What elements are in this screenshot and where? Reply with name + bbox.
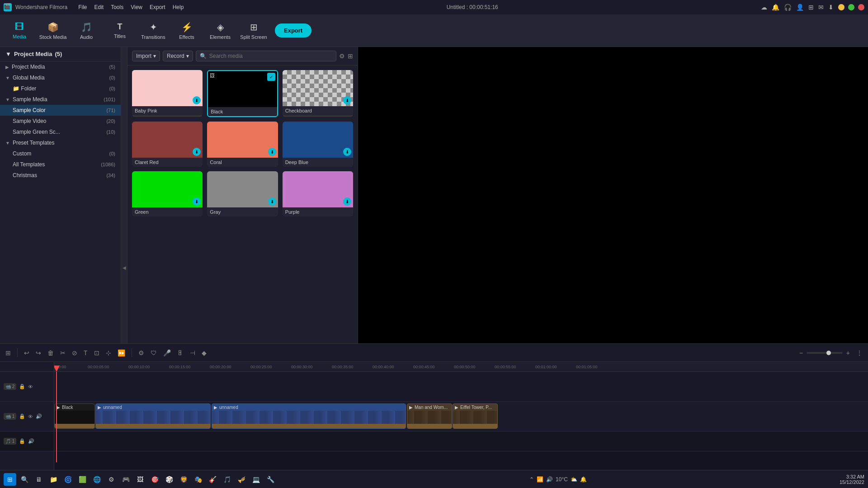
disable-icon[interactable]: ⊘ <box>70 348 79 357</box>
select-icon[interactable]: ⊹ <box>104 348 113 357</box>
minimize-button[interactable]: – <box>838 4 844 10</box>
filter-icon[interactable]: ⚙ <box>339 52 345 60</box>
grid-icon[interactable]: ⊞ <box>808 4 814 11</box>
download-gray-icon[interactable]: ⬇ <box>268 197 276 206</box>
delete-icon[interactable]: 🗑 <box>46 348 56 357</box>
redo-icon[interactable]: ↪ <box>34 348 43 357</box>
taskbar-app7[interactable]: 🦁 <box>177 473 190 486</box>
download-green-icon[interactable]: ⬇ <box>193 197 201 206</box>
download-checkboard-icon[interactable]: ⬇ <box>343 96 351 104</box>
more-icon[interactable]: ⋮ <box>854 348 864 357</box>
shield-icon[interactable]: 🛡 <box>149 348 159 357</box>
undo-icon[interactable]: ↩ <box>22 348 31 357</box>
user-avatar[interactable]: 👤 <box>796 4 804 11</box>
track-v2-row[interactable] <box>54 372 868 402</box>
start-button[interactable]: ⊞ <box>4 473 16 486</box>
taskbar-search[interactable]: 🔍 <box>18 473 31 486</box>
notification-icon[interactable]: 🔔 <box>580 476 587 483</box>
tree-item-christmas[interactable]: Christmas (34) <box>0 170 121 181</box>
add-track-icon[interactable]: ⊞ <box>4 348 13 357</box>
taskbar-nvidia[interactable]: 🟩 <box>76 473 89 486</box>
tool-transitions[interactable]: ✦ Transitions <box>137 16 169 45</box>
media-card-purple[interactable]: ⬇ Purple <box>283 171 353 216</box>
menu-file[interactable]: File <box>78 4 87 10</box>
split2-icon[interactable]: ⊣ <box>188 348 197 357</box>
text-icon[interactable]: T <box>82 348 90 357</box>
taskbar-taskview[interactable]: 🖥 <box>33 473 45 486</box>
taskbar-app2[interactable]: ⚙ <box>105 473 118 486</box>
tree-item-custom[interactable]: Custom (0) <box>0 148 121 159</box>
tray-expand-icon[interactable]: ⌃ <box>529 476 534 483</box>
clock-display[interactable]: 3:32 AM 15/12/2022 <box>840 474 864 485</box>
taskbar-app10[interactable]: 🎵 <box>221 473 233 486</box>
clip-eiffel-tower[interactable]: ▶ Eiffel Tower, P... <box>453 404 498 429</box>
tray-network-icon[interactable]: 📶 <box>537 476 543 483</box>
tool-elements[interactable]: ◈ Elements <box>204 16 236 45</box>
taskbar-app6[interactable]: 🎲 <box>163 473 175 486</box>
menu-help[interactable]: Help <box>173 4 184 10</box>
search-input[interactable] <box>209 53 332 59</box>
record-button[interactable]: Record ▾ <box>163 51 193 61</box>
cut-icon[interactable]: ✂ <box>58 348 67 357</box>
grid-view-icon[interactable]: ⊞ <box>348 52 353 60</box>
track-audio-row[interactable] <box>54 432 868 451</box>
speed-icon[interactable]: ⏩ <box>116 348 127 357</box>
menu-view[interactable]: View <box>131 4 142 10</box>
mail-icon[interactable]: ✉ <box>818 4 824 11</box>
media-card-green[interactable]: ⬇ Green <box>132 171 203 216</box>
tool-media[interactable]: 🎞 Media <box>4 16 35 45</box>
settings2-icon[interactable]: ⚙ <box>137 348 146 357</box>
taskbar-app3[interactable]: 🎮 <box>119 473 132 486</box>
menu-edit[interactable]: Edit <box>94 4 104 10</box>
clip-unnamed1[interactable]: ▶ unnamed <box>95 404 211 429</box>
tree-item-sample-video[interactable]: Sample Video (20) <box>0 116 121 127</box>
media-card-baby-pink[interactable]: ⬇ Baby Pink <box>132 70 203 117</box>
media-card-checkboard[interactable]: ⬇ Checkboard <box>283 70 353 117</box>
export-button[interactable]: Export <box>275 23 311 38</box>
tree-item-project-media[interactable]: ▶Project Media (5) <box>0 61 121 72</box>
download-baby-pink-icon[interactable]: ⬇ <box>193 96 201 104</box>
tree-item-folder[interactable]: 📁 Folder (0) <box>0 83 121 94</box>
tree-item-global-media[interactable]: ▼Global Media (0) <box>0 72 121 83</box>
tree-item-all-templates[interactable]: All Templates (1086) <box>0 159 121 170</box>
tree-item-sample-media[interactable]: ▼Sample Media (101) <box>0 94 121 105</box>
track-v1-audio[interactable]: 🔊 <box>36 413 42 419</box>
tool-split-screen[interactable]: ⊞ Split Screen <box>238 16 269 45</box>
maximize-button[interactable]: □ <box>848 4 854 10</box>
media-card-deep-blue[interactable]: ⬇ Deep Blue <box>283 122 353 167</box>
download-claret-icon[interactable]: ⬇ <box>193 148 201 156</box>
taskbar-chrome[interactable]: 🌐 <box>90 473 103 486</box>
taskbar-app8[interactable]: 🎭 <box>192 473 204 486</box>
media-card-black[interactable]: 🖼 ✓ Black <box>207 70 278 117</box>
taskbar-app11[interactable]: 🎺 <box>235 473 248 486</box>
tree-item-preset-templates[interactable]: ▼Preset Templates <box>0 137 121 148</box>
media-card-coral[interactable]: ⬇ Coral <box>207 122 278 167</box>
headset-icon[interactable]: 🎧 <box>784 4 792 11</box>
track-a1-lock[interactable]: 🔒 <box>19 438 25 444</box>
import-button[interactable]: Import ▾ <box>132 51 160 61</box>
bell-icon[interactable]: 🔔 <box>772 4 779 11</box>
tree-item-sample-color[interactable]: Sample Color (71) <box>0 105 121 116</box>
tool-stock-media[interactable]: 📦 Stock Media <box>37 16 69 45</box>
clip-unnamed2[interactable]: ▶ unnamed <box>212 404 406 429</box>
tree-item-sample-green[interactable]: Sample Green Sc... (10) <box>0 127 121 137</box>
tool-audio[interactable]: 🎵 Audio <box>71 16 102 45</box>
audio-mix-icon[interactable]: 🎚 <box>175 348 185 357</box>
taskbar-folder[interactable]: 📁 <box>47 473 60 486</box>
taskbar-app13[interactable]: 🔧 <box>264 473 277 486</box>
tool-effects[interactable]: ⚡ Effects <box>171 16 203 45</box>
track-v2-mute[interactable]: 👁 <box>28 384 33 389</box>
zoom-in-icon[interactable]: + <box>844 348 852 357</box>
clip-black[interactable]: ▶ Black <box>54 404 95 429</box>
download-coral-icon[interactable]: ⬇ <box>268 148 276 156</box>
zoom-out-icon[interactable]: − <box>797 348 805 357</box>
download-deep-blue-icon[interactable]: ⬇ <box>343 148 351 156</box>
tool-titles[interactable]: T Titles <box>104 16 136 45</box>
taskbar-app1[interactable]: 🌀 <box>61 473 74 486</box>
mic-icon[interactable]: 🎤 <box>161 348 173 357</box>
tray-volume-icon[interactable]: 🔊 <box>546 476 553 483</box>
taskbar-app12[interactable]: 💻 <box>250 473 262 486</box>
download-purple-icon[interactable]: ⬇ <box>343 197 351 206</box>
clip-man-and-woman[interactable]: ▶ Man and Wom... <box>407 404 452 429</box>
download-icon[interactable]: ⬇ <box>828 4 834 11</box>
